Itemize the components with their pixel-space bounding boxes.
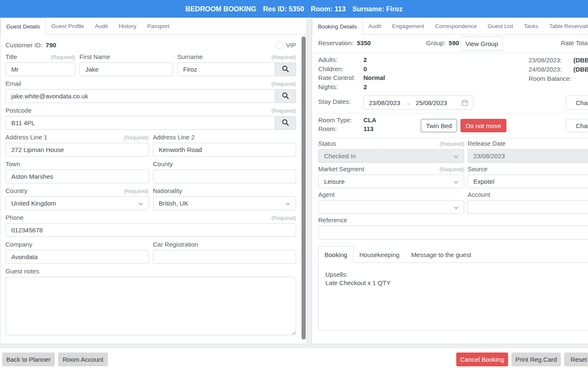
surname-required: (Required) (271, 54, 296, 60)
arrow-right-icon: → (405, 99, 411, 106)
tab-notes-housekeeping[interactable]: Housekeeping (353, 246, 405, 263)
tab-guest-passport[interactable]: Passport (142, 18, 175, 34)
chevron-down-icon (454, 152, 458, 160)
address2-label: Address Line 2 (153, 134, 195, 141)
rate-control-value: Normal (363, 74, 385, 81)
tab-guest-details[interactable]: Guest Details (0, 18, 46, 35)
company-field[interactable] (5, 250, 149, 264)
guest-panel-scrollbar[interactable] (302, 36, 306, 340)
tab-guest-profile[interactable]: Guest Profile (46, 18, 89, 34)
address1-field[interactable] (5, 143, 149, 157)
tab-guest-audit[interactable]: Audit (89, 18, 113, 34)
tab-correspondence[interactable]: Correspondence (429, 18, 482, 34)
tab-guest-list[interactable]: Guest List (482, 18, 519, 34)
header-surname: Surname: Firoz (353, 5, 403, 13)
room-number-value: 113 (363, 125, 373, 132)
reference-label: Reference (318, 216, 347, 224)
adults-label: Adults: (318, 56, 363, 63)
guest-notes-field[interactable] (5, 277, 296, 335)
status-required: (Required) (440, 141, 464, 147)
surname-field[interactable] (177, 62, 275, 76)
stay-dates-label: Stay Dates: (318, 98, 351, 105)
nights-value: 2 (363, 83, 367, 90)
print-reg-card-button[interactable]: Print Reg.Card (511, 353, 561, 366)
email-search-button[interactable] (275, 89, 296, 103)
nationality-select[interactable]: British, UK (153, 196, 297, 210)
vip-label: VIP (286, 41, 296, 49)
group-label: Group: (426, 39, 445, 46)
account-field[interactable] (468, 200, 588, 214)
county-field[interactable] (153, 170, 297, 183)
tab-tasks[interactable]: Tasks (519, 18, 544, 34)
twin-bed-button[interactable]: Twin Bed (421, 119, 457, 132)
nationality-value: British, UK (159, 200, 189, 207)
chevron-down-icon (286, 200, 290, 207)
booking-tabs: Booking Details Audit Engagement Corresp… (312, 18, 588, 35)
release-date-label: Release Date (468, 140, 506, 147)
status-value: Checked In (324, 152, 356, 160)
postcode-search-button[interactable] (275, 116, 296, 130)
tab-engagement[interactable]: Engagement (387, 18, 430, 34)
cancel-booking-button[interactable]: Cancel Booking (456, 353, 508, 366)
guest-tabs: Guest Details Guest Profile Audit Histor… (0, 18, 307, 35)
phone-field[interactable] (5, 223, 296, 237)
header-res-id: Res ID: 5350 (263, 5, 304, 13)
country-value: United Kingdom (11, 200, 56, 207)
customer-id-label: Customer ID: (5, 41, 42, 49)
back-to-planner-button[interactable]: Back to Planner (2, 353, 55, 366)
chevron-down-icon (138, 200, 143, 207)
do-not-move-button[interactable]: Do not move (460, 119, 506, 132)
market-segment-select[interactable]: Leisure (318, 175, 464, 188)
rate-value: (DBB) (573, 57, 588, 64)
tab-table-reservations[interactable]: Table Reservations (544, 18, 588, 34)
rate-date: 24/08/2023: (529, 66, 573, 73)
tab-notes-booking[interactable]: Booking (318, 246, 353, 263)
release-date-field[interactable] (468, 149, 588, 163)
reservation-label: Reservation: (318, 39, 353, 46)
rate-value: (DBB) (573, 66, 588, 73)
email-required: (Required) (271, 81, 296, 87)
guest-details-panel: Guest Details Guest Profile Audit Histor… (0, 18, 307, 344)
footer-bar: Back to Planner Room Account Cancel Book… (0, 348, 588, 368)
address2-field[interactable] (153, 143, 297, 157)
tab-booking-audit[interactable]: Audit (363, 18, 387, 34)
tab-notes-message-to-guest[interactable]: Message to the guest (405, 246, 477, 263)
rate-control-label: Rate Control: (318, 74, 363, 81)
title-required: (Required) (51, 54, 75, 60)
country-select[interactable]: United Kingdom (5, 196, 149, 210)
email-field[interactable] (5, 89, 275, 103)
customer-id-value: 790 (46, 41, 56, 49)
vip-radio[interactable] (276, 41, 284, 49)
town-field[interactable] (5, 170, 149, 183)
reference-field[interactable] (318, 226, 588, 239)
status-select[interactable]: Checked In (318, 149, 464, 163)
company-label: Company (5, 241, 32, 248)
search-icon (282, 65, 289, 74)
room-account-button[interactable]: Room Account (58, 353, 108, 366)
nights-label: Nights: (318, 83, 363, 90)
header-room: Room: 113 (311, 5, 345, 13)
booking-notes-field[interactable]: Upsells: Late Checkout x 1 QTY (318, 262, 588, 331)
source-field[interactable] (468, 175, 588, 188)
booking-details-panel: Booking Details Audit Engagement Corresp… (312, 18, 588, 344)
stay-dates-input[interactable]: 23/08/2023 → 25/08/2023 (363, 95, 473, 110)
tab-guest-history[interactable]: History (113, 18, 142, 34)
postcode-field[interactable] (5, 116, 275, 130)
children-value: 0 (363, 65, 367, 72)
title-label: Title (5, 53, 17, 60)
first-name-field[interactable] (79, 62, 173, 76)
change-dates-button[interactable]: Change (566, 95, 588, 110)
surname-label: Surname (177, 53, 203, 60)
tab-booking-details[interactable]: Booking Details (312, 18, 363, 35)
market-segment-label: Market Segment (318, 165, 364, 172)
search-icon (282, 92, 289, 100)
car-registration-field[interactable] (153, 250, 297, 264)
agent-select[interactable] (318, 200, 464, 214)
group-value: 590 (449, 39, 459, 46)
change-room-button[interactable]: Change (566, 119, 588, 132)
status-label: Status (318, 140, 336, 147)
reset-button[interactable]: Reset (564, 353, 588, 366)
view-group-button[interactable]: View Group (460, 36, 503, 51)
surname-search-button[interactable] (275, 62, 296, 76)
title-field[interactable] (5, 62, 75, 76)
